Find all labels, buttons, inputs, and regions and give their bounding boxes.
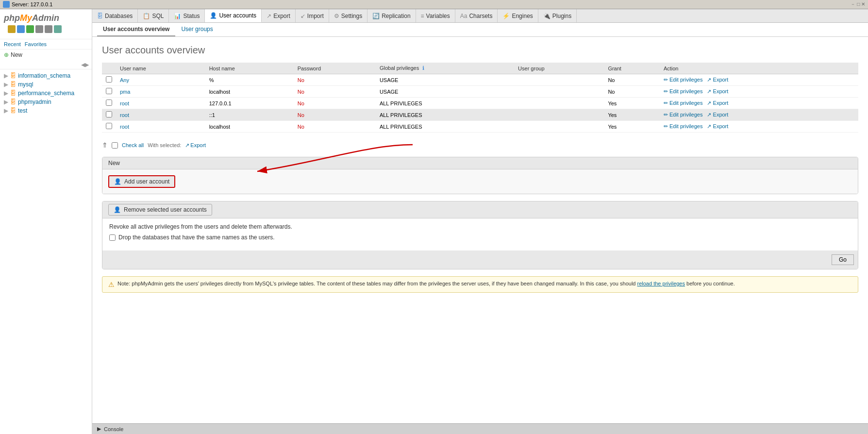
db-item-performance-schema[interactable]: ▶ 🗄 performance_schema: [0, 89, 92, 98]
collapse-sidebar[interactable]: ◀▶: [81, 62, 89, 67]
export-root2[interactable]: ↗ Export: [707, 112, 728, 118]
password-root2: No: [298, 112, 304, 118]
tab-sql[interactable]: 📋 SQL: [138, 9, 169, 22]
export-any[interactable]: ↗ Export: [707, 77, 728, 83]
sub-tabs: User accounts overview User groups: [92, 23, 868, 37]
tab-replication[interactable]: 🔄 Replication: [367, 9, 416, 22]
row-checkbox-root2[interactable]: [106, 111, 112, 117]
icon-refresh[interactable]: [45, 25, 52, 33]
check-all-checkbox[interactable]: [112, 142, 118, 149]
row-checkbox-root3[interactable]: [106, 123, 112, 129]
grant-root2: Yes: [604, 109, 660, 121]
remove-icon: 👤: [114, 206, 121, 213]
console-bar[interactable]: ▶ Console: [92, 423, 868, 434]
drop-databases-checkbox[interactable]: [109, 234, 116, 241]
icon-db[interactable]: [17, 25, 25, 33]
usergroup-root1: [514, 98, 604, 109]
row-checkbox-root1[interactable]: [106, 100, 112, 106]
db-label-performance-schema: performance_schema: [18, 90, 74, 97]
db-item-phpmyadmin[interactable]: ▶ 🗄 phpmyadmin: [0, 98, 92, 106]
import-icon: ↙: [300, 13, 305, 19]
export-selected[interactable]: ↗ Export: [185, 142, 206, 149]
tab-settings[interactable]: ⚙ Settings: [329, 9, 367, 22]
action-pma: ✏ Edit privileges ↗ Export: [660, 86, 858, 98]
remove-label: Remove selected user accounts: [124, 206, 207, 213]
tab-plugins-label: Plugins: [552, 13, 571, 19]
new-section: New 👤 Add user account: [102, 157, 858, 194]
tab-export-label: Export: [273, 13, 290, 19]
username-root1[interactable]: root: [120, 100, 129, 106]
warning-icon: ⚠: [108, 281, 115, 288]
password-pma: No: [298, 89, 304, 95]
db-item-information-schema[interactable]: ▶ 🗄 information_schema: [0, 71, 92, 80]
export-root3[interactable]: ↗ Export: [707, 123, 728, 130]
tab-user-accounts[interactable]: 👤 User accounts: [205, 9, 262, 22]
engines-icon: ⚡: [502, 13, 510, 19]
icon-settings[interactable]: [35, 25, 43, 33]
tab-plugins[interactable]: 🔌 Plugins: [538, 9, 577, 22]
logo-php: php: [4, 13, 20, 23]
row-checkbox-any[interactable]: [106, 76, 112, 83]
remove-section-header: 👤 Remove selected user accounts: [102, 201, 858, 218]
hostname-root2: ::1: [205, 109, 294, 121]
tab-status[interactable]: 📊 Status: [169, 9, 205, 22]
username-root2[interactable]: root: [120, 112, 129, 118]
recent-link[interactable]: Recent: [4, 41, 21, 47]
edit-privileges-root1[interactable]: ✏ Edit privileges: [664, 100, 703, 106]
settings-icon: ⚙: [334, 13, 339, 19]
tab-databases-label: Databases: [105, 13, 133, 19]
db-item-mysql[interactable]: ▶ 🗄 mysql: [0, 80, 92, 89]
table-row: root 127.0.0.1 No ALL PRIVILEGES Yes ✏ E…: [102, 98, 858, 109]
usergroup-any: [514, 74, 604, 86]
usergroup-pma: [514, 86, 604, 98]
reload-privileges-link[interactable]: reload the privileges: [637, 281, 685, 286]
action-any: ✏ Edit privileges ↗ Export: [660, 74, 858, 86]
tab-databases[interactable]: 🗄 Databases: [92, 9, 138, 22]
logo-text: phpMyAdmin: [4, 13, 59, 23]
remove-selected-button[interactable]: 👤 Remove selected user accounts: [108, 204, 212, 216]
tab-variables-label: Variables: [426, 13, 450, 19]
export-pma[interactable]: ↗ Export: [707, 88, 728, 95]
edit-privileges-any[interactable]: ✏ Edit privileges: [664, 77, 703, 83]
subtab-groups[interactable]: User groups: [175, 23, 218, 36]
tab-variables[interactable]: ≡ Variables: [416, 9, 455, 22]
tab-export[interactable]: ↗ Export: [262, 9, 296, 22]
add-user-button[interactable]: 👤 Add user account: [108, 175, 175, 188]
password-root3: No: [298, 124, 304, 130]
username-pma[interactable]: pma: [120, 89, 130, 95]
charsets-icon: Aa: [460, 13, 467, 19]
edit-privileges-pma[interactable]: ✏ Edit privileges: [664, 88, 703, 95]
go-button[interactable]: Go: [832, 254, 854, 265]
icon-extra[interactable]: [54, 25, 62, 33]
db-item-test[interactable]: ▶ 🗄 test: [0, 106, 92, 115]
favorites-link[interactable]: Favorites: [25, 41, 47, 47]
header-grant: Grant: [604, 63, 660, 74]
recent-favorites-row: Recent Favorites: [0, 39, 92, 50]
check-all-label[interactable]: Check all: [122, 142, 144, 148]
subtab-overview[interactable]: User accounts overview: [97, 23, 175, 36]
tab-import[interactable]: ↙ Import: [296, 9, 329, 22]
username-any[interactable]: Any: [120, 77, 129, 83]
info-icon[interactable]: ℹ: [422, 65, 424, 71]
sidebar-icon-row: [4, 23, 88, 35]
header-password: Password: [294, 63, 376, 74]
table-row: Any % No USAGE No ✏ Edit privileges ↗ Ex…: [102, 74, 858, 86]
username-root3[interactable]: root: [120, 124, 129, 130]
header-action: Action: [660, 63, 858, 74]
new-section-header: New: [102, 157, 858, 169]
row-checkbox-pma[interactable]: [106, 88, 112, 94]
hostname-root1: 127.0.0.1: [205, 98, 294, 109]
tab-charsets[interactable]: Aa Charsets: [455, 9, 498, 22]
icon-home[interactable]: [8, 25, 16, 33]
sidebar-new[interactable]: ⊕ New: [0, 50, 92, 60]
db-label-information-schema: information_schema: [18, 72, 70, 79]
edit-privileges-root3[interactable]: ✏ Edit privileges: [664, 123, 703, 130]
export-root1[interactable]: ↗ Export: [707, 100, 728, 106]
tab-engines[interactable]: ⚡ Engines: [498, 9, 538, 22]
tab-engines-label: Engines: [512, 13, 533, 19]
edit-privileges-root2[interactable]: ✏ Edit privileges: [664, 112, 703, 118]
sidebar-nav: ▶ 🗄 information_schema ▶ 🗄 mysql ▶ 🗄 per…: [0, 69, 92, 117]
db-expand-icon: ▶: [4, 81, 8, 88]
window-controls: － □ ✕: [851, 1, 865, 8]
icon-info[interactable]: [26, 25, 34, 33]
